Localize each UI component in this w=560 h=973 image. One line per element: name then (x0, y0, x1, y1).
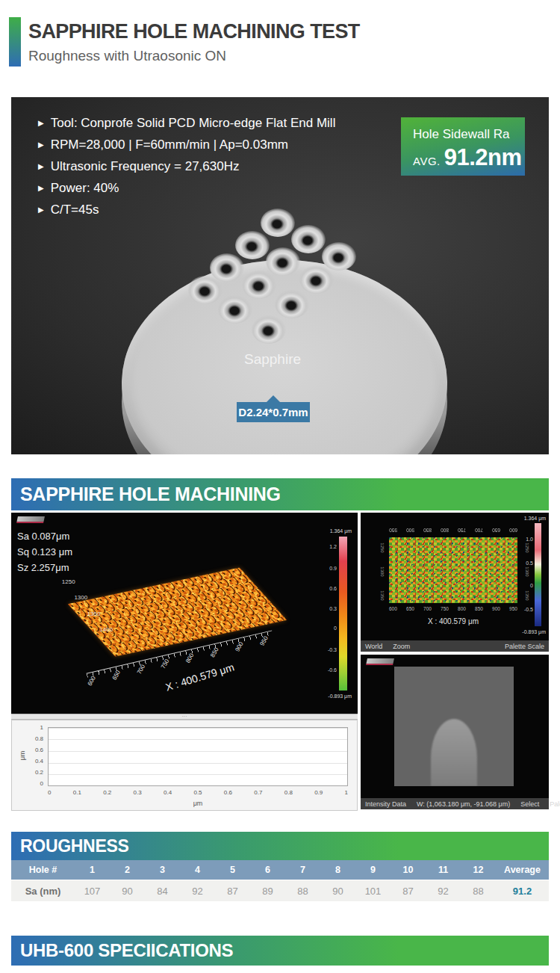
dimension-badge: D2.24*0.7mm (237, 402, 310, 422)
palette-scale-button[interactable]: Palette Scale (505, 643, 544, 650)
y-tick: 0.6 (35, 747, 43, 753)
header-cell: 5 (215, 865, 250, 875)
colorbar-tick: -0.6 (328, 667, 337, 673)
avg-value: 91.2nm (444, 144, 522, 170)
header-accent-bar (9, 17, 21, 67)
drilled-hole (291, 225, 326, 253)
section-header-roughness: ROUGHNESS (11, 832, 549, 860)
roughness-readouts: Sa 0.087μmSq 0.123 μmSz 2.257μm (17, 528, 72, 575)
palette-scale-button[interactable]: Palette Scale (550, 800, 560, 808)
x-tick: 0.4 (164, 789, 172, 796)
map-colorbar-min-label: -0.893 μm (522, 629, 546, 634)
spec-item: Tool: Conprofe Solid PCD Micro-edge Flat… (38, 113, 335, 135)
y-tick: 0.4 (35, 758, 43, 764)
colorbar-tick: 0.6 (329, 586, 337, 591)
section-header-uhb: UHB-600 SPECIICATIONS (11, 936, 549, 966)
x-tick: 950 (509, 606, 517, 611)
header-cell: 1 (75, 865, 110, 875)
spec-item: RPM=28,000 | F=60mm/min | Ap=0.03mm (38, 135, 335, 156)
side-tick: 1250 (380, 543, 385, 552)
x-tick: 850 (475, 606, 483, 611)
value-cell: 87 (215, 886, 250, 897)
page-title: SAPPHIRE HOLE MACHINING TEST (28, 20, 360, 43)
value-cell: 84 (145, 886, 180, 897)
value-cell: 89 (250, 886, 285, 897)
y-tick: 1400 (99, 626, 113, 633)
tool-tip-silhouette (431, 719, 477, 786)
height-map-image (389, 537, 517, 603)
x-tick: 0.5 (193, 789, 202, 796)
sapphire-photo: Tool: Conprofe Solid PCD Micro-edge Flat… (11, 97, 549, 454)
drilled-hole (322, 242, 356, 271)
y-tick: 0 (40, 780, 43, 787)
x-tick: 900 (406, 528, 414, 533)
x-tick: 0.8 (284, 789, 293, 796)
zoom-button[interactable]: Zoom (393, 643, 410, 650)
side-tick: 1350 (380, 590, 385, 600)
material-label: Sapphire (209, 351, 336, 368)
drilled-hole (235, 231, 270, 259)
value-cell: 107 (75, 886, 110, 897)
header-cell: 2 (110, 865, 145, 875)
map-bottom-ticks: 600650700750800850900950 (389, 606, 517, 611)
colorbar-tick: 1.0 (526, 537, 533, 542)
intensity-statusbar: Intensity Data W: (1,063.180 μm, -91.068… (361, 798, 549, 809)
y-tick: 1350 (87, 611, 101, 617)
colorbar-tick: 0.5 (526, 560, 533, 566)
x-tick: 0.9 (314, 789, 323, 796)
colorbar-max-label: 1.364 μm (330, 528, 352, 534)
side-tick: 1300 (380, 566, 385, 576)
profile-chart-panel: μm 10.80.60.40.20 00.10.20.30.40.50.60.7… (11, 720, 358, 811)
header-cell: 4 (180, 865, 215, 875)
sa-value-cells: 10790849287898890101879288 (75, 886, 496, 897)
map-colorbar-ticks: 1.00.50-0.5 (518, 523, 533, 626)
colorbar-tick: 1.2 (329, 544, 337, 549)
table-header-row: Hole # 123456789101112 Average (11, 860, 549, 880)
y-tick: 1 (40, 724, 43, 731)
intensity-data-label: Intensity Data (365, 800, 406, 808)
map-top-ticks: 600650700750800850900950 (389, 528, 517, 533)
value-cell: 92 (180, 886, 215, 897)
y-tick: 0.8 (35, 735, 43, 742)
drilled-hole (275, 290, 309, 318)
sq-readout: Sq 0.123 μm (17, 546, 72, 557)
x-tick: 0.3 (134, 789, 142, 796)
header-cell: 11 (426, 865, 461, 875)
header-cell: 3 (145, 865, 180, 875)
colorbar-ticks: 1.20.90.60.30-0.3-0.6 (319, 537, 337, 691)
map-x-axis-label: X : 400.579 μm (389, 617, 517, 626)
machining-spec-list: Tool: Conprofe Solid PCD Micro-edge Flat… (38, 113, 335, 221)
value-cell: 88 (285, 886, 320, 897)
profile-ylabel: μm (19, 751, 26, 761)
result-badge: Hole Sidewall Ra AVG.91.2nm (401, 117, 525, 176)
select-mode-label: Select (520, 800, 539, 808)
x-tick: 900 (492, 606, 500, 611)
colorbar-min-label: -0.893 μm (328, 694, 352, 699)
panel-splitter[interactable]: ··· (11, 714, 358, 720)
table-data-row: Sa (nm) 10790849287898890101879288 91.2 (11, 880, 549, 901)
profile-xlabel: μm (48, 800, 348, 807)
x-tick: 750 (458, 528, 466, 533)
profile-xticks: 00.10.20.30.40.50.60.70.80.91 (48, 789, 348, 796)
height-map-panel: 600650700750800850900950 600650700750800… (361, 513, 549, 640)
x-tick: 800 (458, 606, 466, 611)
x-tick: 1 (345, 789, 348, 796)
header-cell-average: Average (496, 865, 549, 875)
intensity-panel (361, 655, 549, 798)
map-colorbar-max-label: 1.364 μm (524, 516, 546, 521)
y-tick: 1300 (75, 594, 88, 601)
x-tick: 600 (389, 606, 397, 611)
x-tick: 0 (48, 789, 51, 796)
section-header-machining: SAPPHIRE HOLE MACHINING (11, 478, 549, 510)
y-tick: 1250 (62, 578, 75, 585)
sz-readout: Sz 2.257μm (17, 562, 69, 573)
vendor-logo (366, 658, 394, 665)
x-tick: 700 (475, 528, 483, 533)
intensity-image (394, 667, 514, 786)
drilled-hole (188, 276, 223, 304)
sa-readout: Sa 0.087μm (17, 531, 69, 542)
map-left-ticks: 125013001350 (377, 546, 387, 598)
surface-3d-panel: Sa 0.087μmSq 0.123 μmSz 2.257μm 60065070… (11, 513, 358, 714)
x-tick: 0.7 (254, 789, 262, 796)
world-button[interactable]: World (365, 643, 382, 650)
